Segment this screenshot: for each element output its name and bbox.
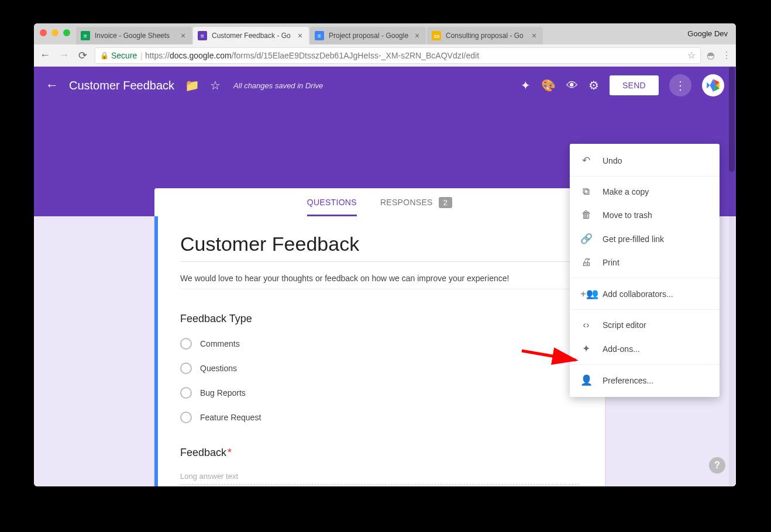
back-button[interactable]: ← <box>39 49 51 61</box>
slides-icon: ▭ <box>432 31 441 40</box>
menu-label: Add-ons... <box>603 344 640 354</box>
bookmark-star-icon[interactable]: ☆ <box>687 50 696 61</box>
save-status: All changes saved in Drive <box>233 81 323 90</box>
option-label: Bug Reports <box>200 388 246 398</box>
addons-icon[interactable]: ✦ <box>521 78 531 92</box>
star-icon[interactable]: ☆ <box>210 78 221 92</box>
menu-item-trash[interactable]: 🗑 Move to trash <box>570 203 720 227</box>
menu-label: Preferences... <box>603 376 653 385</box>
question-block: Feedback* Long answer text <box>180 447 579 485</box>
browser-tab[interactable]: ≡ Customer Feedback - Go × <box>193 27 309 44</box>
radio-option[interactable]: Feature Request <box>180 412 579 423</box>
radio-icon <box>180 412 192 423</box>
account-avatar[interactable] <box>702 74 724 96</box>
forms-icon: ≡ <box>198 31 207 40</box>
close-tab-icon[interactable]: × <box>413 32 421 40</box>
radio-icon <box>180 362 192 374</box>
back-to-forms-icon[interactable]: ← <box>46 78 58 93</box>
secure-label: Secure <box>111 51 137 60</box>
overflow-menu: ↶ Undo ⧉ Make a copy 🗑 Move to trash 🔗 G… <box>570 144 720 397</box>
window-controls <box>40 29 70 36</box>
minimize-window-button[interactable] <box>51 29 58 36</box>
menu-separator <box>570 309 720 310</box>
form-tabs: QUESTIONS RESPONSES 2 <box>154 188 605 216</box>
radio-option[interactable]: Bug Reports <box>180 387 579 399</box>
menu-item-print[interactable]: 🖨 Print <box>570 251 720 274</box>
tab-strip: ≡ Invoice - Google Sheets × ≡ Customer F… <box>34 23 736 44</box>
send-button[interactable]: SEND <box>610 75 659 95</box>
browser-toolbar: ← → ⟳ 🔒 Secure | https://docs.google.com… <box>34 44 736 67</box>
menu-separator <box>570 364 720 365</box>
close-window-button[interactable] <box>40 29 47 36</box>
more-menu-button[interactable]: ⋮ <box>669 74 691 96</box>
settings-gear-icon[interactable]: ⚙ <box>588 78 599 92</box>
form-description-input[interactable]: We would love to hear your thoughts or f… <box>180 262 579 289</box>
lock-icon: 🔒 <box>100 51 109 60</box>
profile-label[interactable]: Google Dev <box>687 29 728 38</box>
tab-label: RESPONSES <box>380 198 433 207</box>
tab-questions[interactable]: QUESTIONS <box>307 188 357 216</box>
help-button[interactable]: ? <box>709 457 725 474</box>
trash-icon: 🗑 <box>580 209 592 221</box>
tab-responses[interactable]: RESPONSES 2 <box>380 188 452 216</box>
close-tab-icon[interactable]: × <box>296 32 304 40</box>
menu-item-addons[interactable]: ✦ Add-ons... <box>570 337 720 361</box>
preview-icon[interactable]: 👁 <box>566 79 578 92</box>
url-text: https://docs.google.com/forms/d/15ElaeE9… <box>145 51 684 60</box>
close-tab-icon[interactable]: × <box>530 32 538 40</box>
menu-label: Print <box>603 258 619 267</box>
close-tab-icon[interactable]: × <box>179 32 187 40</box>
browser-tab[interactable]: ≡ Project proposal - Google × <box>310 27 426 44</box>
forms-app: ← Customer Feedback 📁 ☆ All changes save… <box>34 67 736 486</box>
question-title[interactable]: Feedback Type <box>180 313 579 325</box>
long-answer-input[interactable]: Long answer text <box>180 472 579 485</box>
tab-title: Consulting proposal - Go <box>446 32 530 40</box>
browser-tab[interactable]: ▭ Consulting proposal - Go × <box>427 27 543 44</box>
maximize-window-button[interactable] <box>63 29 70 36</box>
forward-button[interactable]: → <box>57 49 70 61</box>
menu-label: Add collaborators... <box>603 289 673 299</box>
document-title[interactable]: Customer Feedback <box>69 79 174 92</box>
menu-item-make-copy[interactable]: ⧉ Make a copy <box>570 180 720 203</box>
docs-icon: ≡ <box>315 31 324 40</box>
menu-label: Move to trash <box>603 210 652 220</box>
responses-count-badge: 2 <box>439 197 453 208</box>
menu-separator <box>570 278 720 278</box>
menu-separator <box>570 176 720 177</box>
sheets-icon: ≡ <box>81 31 90 40</box>
radio-icon <box>180 338 192 350</box>
browser-tab[interactable]: ≡ Invoice - Google Sheets × <box>76 27 192 44</box>
palette-icon[interactable]: 🎨 <box>541 78 556 92</box>
menu-item-add-collaborators[interactable]: +👥 Add collaborators... <box>570 282 720 306</box>
option-label: Comments <box>200 339 240 348</box>
reload-button[interactable]: ⟳ <box>76 49 89 62</box>
radio-icon <box>180 387 192 399</box>
code-icon: ‹› <box>580 319 592 331</box>
address-bar[interactable]: 🔒 Secure | https://docs.google.com/forms… <box>95 47 701 64</box>
option-label: Questions <box>200 364 237 373</box>
tab-title: Project proposal - Google <box>329 32 413 40</box>
tab-label: QUESTIONS <box>307 198 357 207</box>
form-title-input[interactable]: Customer Feedback <box>180 233 579 262</box>
app-header: ← Customer Feedback 📁 ☆ All changes save… <box>34 67 736 104</box>
print-icon: 🖨 <box>580 257 592 268</box>
option-label: Feature Request <box>200 413 261 422</box>
menu-item-script-editor[interactable]: ‹› Script editor <box>570 313 720 337</box>
tab-title: Invoice - Google Sheets <box>95 32 179 40</box>
svg-line-0 <box>522 351 576 360</box>
menu-item-prefilled-link[interactable]: 🔗 Get pre-filled link <box>570 227 720 251</box>
menu-label: Get pre-filled link <box>603 234 664 244</box>
menu-item-undo[interactable]: ↶ Undo <box>570 148 720 172</box>
folder-icon[interactable]: 📁 <box>185 78 199 92</box>
question-title[interactable]: Feedback* <box>180 447 579 459</box>
drive-icon[interactable]: ◓ <box>707 50 715 61</box>
menu-item-preferences[interactable]: 👤 Preferences... <box>570 368 720 392</box>
chrome-menu-icon[interactable]: ⋮ <box>722 50 731 61</box>
copy-icon: ⧉ <box>580 186 592 198</box>
person-icon: 👤 <box>580 374 592 386</box>
form-card: QUESTIONS RESPONSES 2 Customer Feedback … <box>154 188 605 486</box>
menu-label: Script editor <box>603 320 646 330</box>
annotation-arrow <box>519 346 584 369</box>
add-people-icon: +👥 <box>580 288 592 300</box>
menu-label: Undo <box>603 156 622 165</box>
